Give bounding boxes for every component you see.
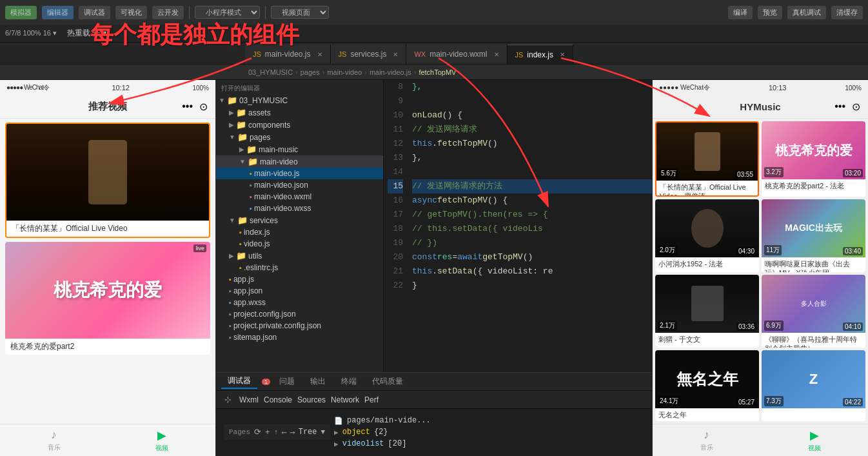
tree-root[interactable]: ▼ 📁 03_HYMUSIC [216, 94, 383, 106]
mode-select-miniapp[interactable]: 小程序模式 [195, 6, 260, 19]
main-layout: ●●●●● WeChat令 10:12 100% 推荐视频 ••• ⊙ 「长情的… [0, 80, 868, 456]
tree-main-video-wxml[interactable]: ▪ main-video.wxml [216, 191, 383, 203]
vduration-8: 04:22 [843, 398, 863, 406]
tree-app-json[interactable]: ▪ app.json [216, 285, 383, 297]
undo-icon[interactable]: ⟵ [282, 428, 286, 437]
visual-btn[interactable]: 可视化 [115, 6, 147, 19]
tree-sitemap[interactable]: ▪ sitemap.json [216, 332, 383, 343]
right-vcard-6[interactable]: 多人合影 6.9万 04:10 《聊聊》（喜马拉雅十周年特别企划主题曲） - .… [762, 275, 865, 348]
figure-silhouette [695, 132, 720, 171]
tree-pages[interactable]: ▼ 📁 pages [216, 131, 383, 143]
right-vcard-7[interactable]: 無名之年 24.1万 05:27 无名之年 [655, 350, 759, 421]
sources-tool-btn[interactable]: Sources [297, 395, 326, 404]
menu-item-info[interactable]: 6/7/8 100% 16 ▾ [5, 29, 57, 37]
tree-app-wxss[interactable]: ▪ app.wxss [216, 297, 383, 308]
left-video-item-2[interactable]: 桃克希克的爱 live 桃克希克的爱part2 [5, 242, 210, 355]
cloud-btn[interactable]: 云开发 [152, 6, 184, 19]
console-tool-btn[interactable]: Console [264, 395, 292, 404]
tree-main-video[interactable]: ▼ 📁 main-video [216, 155, 383, 168]
tree-main-video-json[interactable]: ▪ main-video.json [216, 179, 383, 191]
mode-select-page[interactable]: 视频页面 [271, 6, 329, 19]
right-nav-video[interactable]: ▶ 视频 [760, 424, 868, 456]
tab-index-js[interactable]: JS index.js ✕ [508, 45, 574, 64]
right-time: 10:13 [710, 84, 845, 92]
left-video-item-1[interactable]: 「长情的某某」Official Live Video [5, 123, 210, 238]
tab-output[interactable]: 输出 [304, 375, 332, 388]
clear-cache-btn[interactable]: 清缓存 [831, 6, 863, 19]
wxss-file-icon-2: ▪ [229, 299, 232, 306]
preview-btn[interactable]: 预览 [758, 6, 782, 19]
right-vcard-5[interactable]: 2.1万 03:36 刺猬 - 于文文 [655, 275, 759, 348]
right-vcard-8[interactable]: Z 7.3万 04:22 [762, 350, 865, 421]
dot-menu-icon[interactable]: ••• [182, 101, 193, 113]
tree-components[interactable]: ▶ 📁 components [216, 119, 383, 131]
tab-terminal[interactable]: 终端 [335, 375, 363, 388]
right-vcard-3[interactable]: 2.0万 04:30 小河淌水1952 - 法老 [655, 199, 759, 272]
tab-main-video-wxml[interactable]: WX main-video.wxml ✕ [406, 45, 507, 64]
real-debug-btn[interactable]: 真机调试 [787, 6, 826, 19]
tree-assets-label: assets [248, 108, 271, 117]
bottom-file-item[interactable]: Pages ⟳ + ↑ ⟵ ⟶ Tree ▼ [224, 424, 330, 440]
tab-services-js[interactable]: JS services.js ✕ [331, 45, 407, 64]
tree-index-js[interactable]: ▪ index.js [216, 226, 383, 238]
tree-services[interactable]: ▼ 📁 services [216, 214, 383, 226]
tab-problems[interactable]: 问题 [273, 375, 301, 388]
vinfo-4: 嗨啊啊哒夏日家族曲《出去玩》MV - X玖少年团 [762, 257, 865, 272]
right-vcard-4[interactable]: MAGIC出去玩 11万 03:40 嗨啊啊哒夏日家族曲《出去玩》MV - X玖… [762, 199, 865, 272]
right-vcard-2[interactable]: 桃克希克的爱 3.2万 03:20 桃克希克的爱part2 - 法老 [762, 121, 865, 197]
bc-file[interactable]: main-video.js [370, 68, 411, 76]
record-icon[interactable]: ⊙ [199, 101, 208, 113]
expand-icon-1[interactable]: ▶ [334, 428, 339, 437]
tree-app-js[interactable]: ▪ app.js [216, 273, 383, 285]
right-vthumb-4: MAGIC出去玩 11万 03:40 [762, 199, 865, 257]
tab-close-1[interactable]: ✕ [317, 51, 322, 58]
refresh-icon[interactable]: ⟳ [254, 427, 261, 437]
tree-project-private[interactable]: ▪ project.private.config.json [216, 320, 383, 332]
wxml-tool-btn[interactable]: Wxml [239, 395, 259, 404]
left-nav-video[interactable]: ▶ 视频 [108, 428, 215, 453]
debug-btn[interactable]: 调试器 [79, 6, 110, 19]
tab-close-3[interactable]: ✕ [494, 51, 499, 58]
tree-dropdown-icon[interactable]: ▼ [321, 428, 326, 436]
tab-close-4[interactable]: ✕ [560, 51, 565, 58]
tab-code-quality[interactable]: 代码质量 [366, 375, 409, 388]
right-vthumb-7: 無名之年 24.1万 05:27 [655, 350, 759, 408]
simulator-btn[interactable]: 模拟器 [5, 6, 37, 19]
tree-main-video-js[interactable]: ▪ main-video.js [216, 168, 383, 179]
tab-debugger[interactable]: 调试器 [221, 374, 257, 389]
perf-tool-btn[interactable]: Perf [364, 395, 379, 404]
tree-project-config[interactable]: ▪ project.config.json [216, 308, 383, 320]
bc-1[interactable]: 03_HYMUSIC [248, 68, 293, 76]
code-content[interactable]: }, onLoad() { // 发送网络请求 this.fetchTopMV(… [407, 80, 652, 372]
tree-main-music[interactable]: ▶ 📁 main-music [216, 143, 383, 155]
redo-icon[interactable]: ⟶ [290, 428, 295, 437]
object-brace-count: {2} [374, 428, 388, 437]
network-tool-btn[interactable]: Network [331, 395, 359, 404]
cursor-tool-btn[interactable]: ⊹ [221, 393, 234, 406]
left-nav-music[interactable]: ♪ 音乐 [0, 428, 108, 452]
add-icon[interactable]: + [265, 428, 270, 437]
right-vcard-1[interactable]: 5.6万 03:55 「长情的某某」Official Live Video - … [655, 121, 759, 197]
record-icon-right[interactable]: ⊙ [852, 101, 860, 113]
bc-fn[interactable]: fetchTopMV [419, 68, 456, 76]
bc-main-video[interactable]: main-video [327, 68, 362, 76]
tab-icon-js1: JS [253, 50, 261, 58]
tab-close-2[interactable]: ✕ [393, 51, 398, 58]
compile-btn[interactable]: 编译 [728, 6, 753, 19]
expand-icon-2[interactable]: ▶ [334, 440, 339, 448]
menu-item-hotreload[interactable]: 热重载 开 ▾ [67, 28, 106, 39]
editor-btn[interactable]: 编辑器 [42, 6, 74, 19]
tree-eslint[interactable]: ▪ .eslintrc.js [216, 262, 383, 273]
bc-pages[interactable]: pages [301, 68, 320, 76]
right-signal: ●●●●● WeChat令 [659, 83, 710, 92]
code-editor[interactable]: 8 9 10 11 12 13 14 15 16 17 18 19 20 21 … [384, 80, 652, 372]
dots-menu-icon-right[interactable]: ••• [834, 101, 845, 113]
tree-assets[interactable]: ▶ 📁 assets [216, 106, 383, 119]
tab-main-video-js[interactable]: JS main-video.js ✕ [245, 45, 331, 64]
right-nav-music[interactable]: ♪ 音乐 [653, 424, 760, 456]
up-icon[interactable]: ↑ [274, 428, 279, 436]
tree-video-js[interactable]: ▪ video.js [216, 238, 383, 250]
tree-utils[interactable]: ▶ 📁 utils [216, 250, 383, 262]
tree-pages-icon: 📁 [237, 132, 248, 142]
tree-main-video-wxss[interactable]: ▪ main-video.wxss [216, 203, 383, 214]
